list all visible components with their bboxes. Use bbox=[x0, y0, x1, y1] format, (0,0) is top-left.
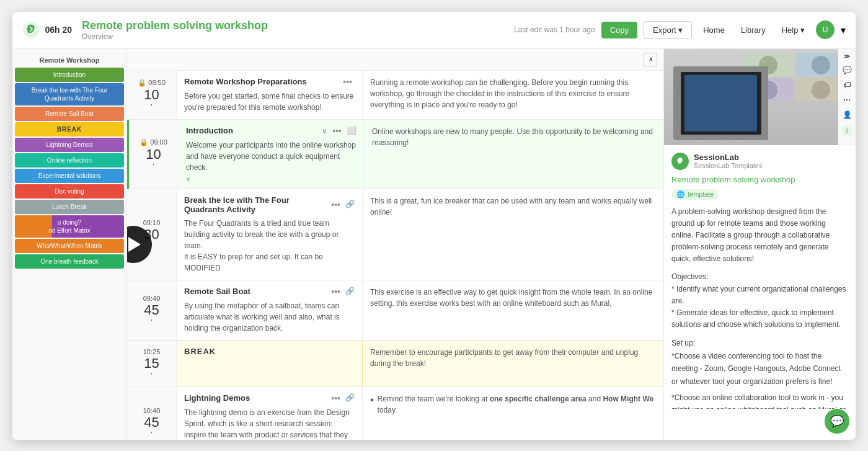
activity-left: Introduction ∨ ••• ⬜ Welcome your partic… bbox=[179, 120, 365, 189]
table-row: 🔒 08:50 10 ' Remote Workshop Preparation… bbox=[127, 71, 663, 120]
person-icon[interactable]: 👤 bbox=[843, 110, 852, 119]
table-row: 09:10 30 ' Break the Ice with The Four Q… bbox=[127, 189, 663, 280]
activity-title: Break the Ice with The Four Quadrants Ac… bbox=[184, 195, 329, 214]
more-options-button[interactable]: ••• bbox=[329, 287, 343, 297]
link-icon[interactable]: 🔗 bbox=[345, 200, 355, 210]
comment-icon[interactable]: 💬 bbox=[843, 66, 852, 74]
activity-left: BREAK bbox=[177, 341, 363, 386]
header-center: Remote problem solving workshop Overview bbox=[72, 19, 514, 41]
duration-unit: ' bbox=[151, 318, 152, 326]
duration-unit: ' bbox=[151, 103, 152, 110]
home-nav-button[interactable]: Home bbox=[698, 23, 730, 37]
duration-value: 45 bbox=[144, 414, 159, 431]
sidebar-item-experimental-solutions[interactable]: Experimental solutions bbox=[15, 169, 124, 183]
logo-area: 06h 20 bbox=[22, 20, 72, 39]
link-icon[interactable]: 🔗 bbox=[345, 287, 355, 297]
avatar[interactable]: U bbox=[816, 20, 835, 39]
time-start-value: 10:40 bbox=[143, 407, 161, 414]
duration-value: 15 bbox=[144, 355, 159, 372]
center-panel: ∧ 🔒 08:50 10 ' Remote Workshop Preparati… bbox=[127, 49, 663, 440]
rp-description: A problem-solving workshop designed from… bbox=[671, 206, 848, 266]
right-panel-body: SessionLab SessionLab Templates Remote p… bbox=[664, 145, 856, 409]
time-start-value: 09:40 bbox=[143, 295, 161, 302]
rp-objectives: Objectives: * Identify what your current… bbox=[671, 271, 848, 331]
sidebar-item-lunch-break[interactable]: Lunch Break bbox=[15, 200, 124, 214]
library-nav-button[interactable]: Library bbox=[736, 23, 771, 37]
more-options-button[interactable]: ••• bbox=[329, 200, 343, 210]
collapse-button[interactable]: ∧ bbox=[644, 53, 657, 66]
duration-unit: ' bbox=[151, 372, 152, 379]
page-title: Remote problem solving workshop bbox=[82, 19, 514, 32]
sidebar-item-who-what-when[interactable]: Who/What/When Matrix bbox=[15, 239, 124, 253]
activity-description: The lightning demo is an exercise from t… bbox=[184, 407, 355, 440]
activity-time: 🔒 09:00 10 ' bbox=[129, 120, 179, 189]
activity-right-description: Running a remote workshop can be challen… bbox=[370, 77, 656, 110]
sidebar-item-lightning-demos[interactable]: Lightning Demos bbox=[15, 138, 124, 152]
activity-right-description: Online workshops are new to many people.… bbox=[372, 126, 656, 148]
grid-icon[interactable]: ⋯ bbox=[843, 96, 851, 104]
activity-description: Welcome your participants into the onlin… bbox=[186, 140, 356, 173]
tag-icon[interactable]: 🏷 bbox=[843, 81, 851, 89]
activity-right-description: This exercise is an effective way to get… bbox=[370, 287, 656, 309]
activity-time: 10:40 45 ' bbox=[127, 387, 177, 440]
brand-name: SessionLab bbox=[694, 153, 762, 162]
brand-subtitle: SessionLab Templates bbox=[694, 162, 762, 169]
time-start-value: 🔒 08:50 bbox=[138, 79, 166, 87]
more-options-button[interactable]: ••• bbox=[329, 393, 343, 403]
activity-left: Break the Ice with The Four Quadrants Ac… bbox=[177, 189, 363, 280]
activity-time: 10:25 15 ' bbox=[127, 341, 177, 386]
activity-title: Remote Sail Boat bbox=[184, 287, 250, 296]
edit-icon[interactable]: ⬜ bbox=[347, 126, 356, 135]
more-options-button[interactable]: ••• bbox=[340, 77, 355, 87]
activity-right: Online workshops are new to many people.… bbox=[365, 120, 663, 189]
brand-text: SessionLab SessionLab Templates bbox=[694, 153, 762, 169]
brand-info: SessionLab SessionLab Templates bbox=[671, 153, 848, 170]
activity-title: BREAK bbox=[184, 347, 216, 356]
right-panel: ≫ 💬 🏷 ⋯ 👤 i bbox=[663, 49, 856, 440]
activity-title: Introduction bbox=[186, 126, 233, 135]
bullet-item: • Remind the team we're looking at one s… bbox=[370, 393, 656, 416]
sidebar-item-four-quadrants[interactable]: Break the Ice with The Four Quadrants Ac… bbox=[15, 83, 124, 105]
activity-right-description: Remember to encourage participants to ge… bbox=[370, 347, 656, 369]
link-icon[interactable]: 🔗 bbox=[345, 393, 355, 403]
brand-logo-icon bbox=[675, 156, 685, 166]
table-row: 10:25 15 ' BREAK Remember to encourage p… bbox=[127, 341, 663, 387]
table-row: 10:40 45 ' Lightning Demos ••• 🔗 The li bbox=[127, 387, 663, 440]
activity-description: By using the metaphor of a sailboat, tea… bbox=[184, 300, 355, 334]
bullet-icon: • bbox=[370, 395, 374, 406]
header-right: Last edit was 1 hour ago Copy Export ▾ H… bbox=[514, 20, 846, 39]
activity-description: The Four Quadrants is a tried and true t… bbox=[184, 218, 355, 274]
more-options-button[interactable]: ••• bbox=[330, 126, 344, 136]
sidebar-item-one-breath[interactable]: One breath feedback bbox=[15, 254, 124, 269]
template-badge: 🌐 template bbox=[671, 189, 719, 200]
sidebar-item-doc-voting[interactable]: Doc voting bbox=[15, 184, 124, 199]
chat-bubble-button[interactable]: 💬 bbox=[825, 409, 849, 434]
export-button[interactable]: Export ▾ bbox=[644, 21, 692, 39]
breadcrumb: Overview bbox=[82, 32, 514, 41]
app-header: 06h 20 Remote problem solving workshop O… bbox=[12, 12, 856, 49]
duration-unit: ' bbox=[153, 163, 154, 170]
sidebar: Remote Workshop Introduction Break the I… bbox=[12, 49, 127, 440]
help-nav-button[interactable]: Help ▾ bbox=[777, 23, 810, 37]
activity-right-description: This is a great, fun ice breaker that ca… bbox=[370, 195, 656, 218]
activity-right: This is a great, fun ice breaker that ca… bbox=[363, 189, 663, 280]
sidebar-item-introduction[interactable]: Introduction bbox=[15, 68, 124, 82]
duration-value: 10 bbox=[146, 146, 161, 163]
activity-time: 09:40 45 ' bbox=[127, 280, 177, 340]
sidebar-item-break1[interactable]: BREAK bbox=[15, 122, 124, 136]
sidebar-item-online-reflection[interactable]: Online reflection bbox=[15, 153, 124, 167]
activity-right: • Remind the team we're looking at one s… bbox=[363, 387, 663, 440]
copy-button[interactable]: Copy bbox=[601, 22, 637, 38]
sidebar-item-sail-boat[interactable]: Remote Sail Boat bbox=[15, 107, 124, 121]
chevron-right-icon[interactable]: ≫ bbox=[844, 53, 850, 60]
globe-icon: 🌐 bbox=[676, 190, 685, 199]
time-start-value: 09:10 bbox=[143, 219, 161, 226]
sidebar-item-effort-matrix[interactable]: u doing?nd Effort Matrix bbox=[15, 215, 124, 238]
activity-description: Before you get started, some final check… bbox=[184, 91, 355, 113]
expand-chevron-icon[interactable]: ∨ bbox=[186, 176, 356, 182]
right-sidebar-icons: ≫ 💬 🏷 ⋯ 👤 i bbox=[838, 49, 856, 145]
activity-left: Lightning Demos ••• 🔗 The lightning demo… bbox=[177, 387, 363, 440]
time-start-value: 10:25 bbox=[143, 348, 161, 355]
info-icon[interactable]: i bbox=[841, 125, 852, 136]
main-content: Remote Workshop Introduction Break the I… bbox=[12, 49, 856, 440]
